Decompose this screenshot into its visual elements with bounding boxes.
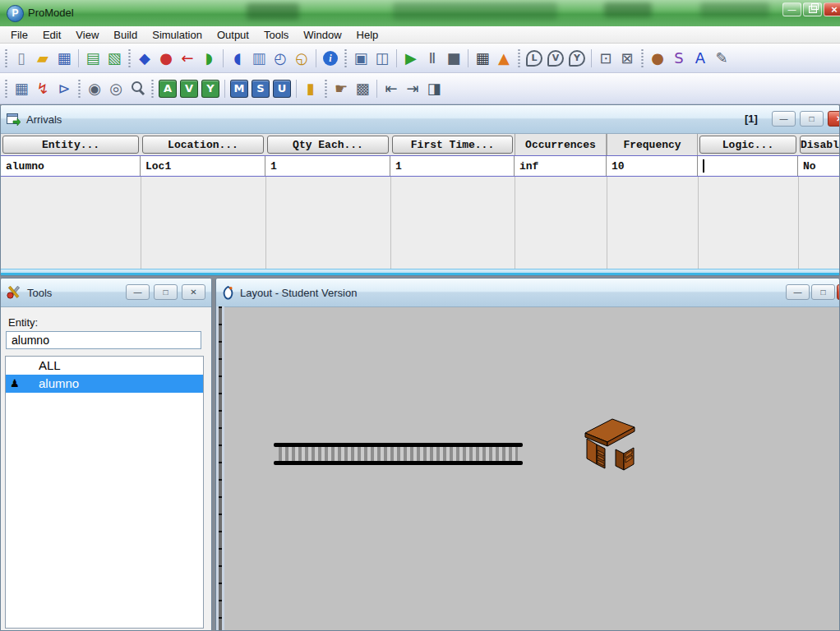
window-close-button[interactable]: × <box>824 2 840 16</box>
merge-model-icon[interactable]: ▧ <box>104 47 125 70</box>
cell-frequency[interactable]: 10 <box>607 156 698 176</box>
layout-window-icon <box>222 286 234 300</box>
menu-item-simulation[interactable]: Simulation <box>145 27 210 43</box>
close-icon: × <box>831 3 838 16</box>
animation-onoff-icon[interactable]: ▦ <box>472 47 493 70</box>
tools-minimize-button[interactable]: — <box>126 284 150 300</box>
desk-location-object[interactable] <box>583 414 637 475</box>
flag-tool-icon[interactable]: ⊳ <box>53 77 75 100</box>
open-model-icon[interactable]: ▰ <box>32 47 53 70</box>
three-d-animation-icon[interactable]: ▲ <box>493 47 515 70</box>
cell-first-time[interactable]: 1 <box>390 156 515 176</box>
logic-builder-icon[interactable]: ▮ <box>300 77 321 100</box>
layout-minimize-button[interactable]: — <box>786 284 810 300</box>
menu-item-file[interactable]: File <box>3 27 35 43</box>
menu-item-window[interactable]: Window <box>296 27 348 43</box>
desktop-artifact <box>393 2 557 20</box>
column-entity[interactable]: Entity... <box>1 134 141 155</box>
window-restore-button[interactable] <box>803 2 822 16</box>
list-item-alumno[interactable]: ♟alumno <box>6 375 203 393</box>
close-window-icon[interactable]: ◨ <box>423 77 445 100</box>
chart-review-icon[interactable]: ⊠ <box>616 47 638 70</box>
arrivals-maximize-button[interactable]: □ <box>800 111 824 127</box>
user-condition-icon[interactable]: ▩ <box>352 77 373 100</box>
zoom-to-fit-icon[interactable]: ◎ <box>105 77 127 100</box>
locations-icon[interactable]: ◆ <box>134 47 155 70</box>
background-graphics-icon[interactable]: ● <box>647 47 668 70</box>
trace-icon[interactable]: ☛ <box>330 77 352 100</box>
text-tool-icon[interactable]: A <box>690 47 711 70</box>
stop-simulation-icon[interactable]: ■ <box>443 47 464 70</box>
processing-icon[interactable]: ◗ <box>198 47 219 70</box>
layout-maximize-button[interactable]: □ <box>811 284 835 300</box>
tools-titlebar[interactable]: Tools — □ ✕ <box>1 279 211 307</box>
locations-balloon-icon[interactable]: L <box>524 47 545 70</box>
general-information-icon[interactable]: i <box>320 47 341 70</box>
shape-tool-icon[interactable]: S <box>668 47 690 70</box>
attributes-icon[interactable]: ◴ <box>270 47 291 70</box>
zoom-icon[interactable] <box>127 77 148 100</box>
paint-tool-icon[interactable]: ✎ <box>711 47 732 70</box>
variables-v-icon[interactable]: V <box>178 77 200 100</box>
cell-entity[interactable]: alumno <box>1 156 141 176</box>
conveyor-path-object[interactable] <box>274 443 523 465</box>
arrivals-minimize-button[interactable]: — <box>772 111 796 127</box>
subroutines-s-icon[interactable]: S <box>250 77 271 100</box>
cell-disable[interactable]: No <box>798 156 840 176</box>
column-location[interactable]: Location... <box>141 134 265 155</box>
arrivals-icon[interactable]: ◖ <box>227 47 248 70</box>
window-minimize-button[interactable]: — <box>782 2 801 16</box>
maximize-icon: □ <box>163 288 168 297</box>
column-logic[interactable]: Logic... <box>698 134 798 155</box>
menu-item-edit[interactable]: Edit <box>35 27 68 43</box>
arrays-balloon-icon[interactable]: Y <box>566 47 588 70</box>
menu-item-output[interactable]: Output <box>210 27 256 43</box>
column-first-time[interactable]: First Time... <box>390 134 515 155</box>
column-frequency[interactable]: Frequency <box>607 134 698 155</box>
cell-location[interactable]: Loc1 <box>141 156 265 176</box>
view-text-icon[interactable]: ▤ <box>82 47 104 70</box>
run-simulation-icon[interactable]: ▶ <box>400 47 422 70</box>
arrays-y-icon[interactable]: Y <box>200 77 221 100</box>
new-model-icon[interactable]: ▯ <box>11 47 32 70</box>
entities-icon[interactable]: ● <box>155 47 177 70</box>
route-tool-icon[interactable]: ↯ <box>32 77 53 100</box>
path-networks-icon[interactable]: ← <box>177 47 198 70</box>
cell-qty-each[interactable]: 1 <box>265 156 390 176</box>
column-qty-each[interactable]: Qty Each... <box>265 134 390 155</box>
cell-occurrences[interactable]: inf <box>515 156 607 176</box>
pause-simulation-icon[interactable]: Ⅱ <box>422 47 443 70</box>
next-window-icon[interactable]: ⇥ <box>402 77 423 100</box>
menu-item-build[interactable]: Build <box>106 27 145 43</box>
layout-close-button[interactable] <box>837 284 840 300</box>
menu-item-help[interactable]: Help <box>349 27 386 43</box>
menu-item-tools[interactable]: Tools <box>256 27 296 43</box>
user-distributions-u-icon[interactable]: U <box>271 77 293 100</box>
cell-logic[interactable] <box>698 156 798 176</box>
record-animation-icon[interactable]: ◉ <box>84 77 105 100</box>
arrivals-close-button[interactable]: ✕ <box>828 111 840 127</box>
layout-titlebar[interactable]: Layout - Student Version — □ <box>216 279 839 307</box>
entity-input[interactable] <box>6 331 201 349</box>
attributes-a-icon[interactable]: A <box>157 77 178 100</box>
variables-icon[interactable]: ◵ <box>291 47 312 70</box>
arrivals-titlebar[interactable]: Arrivals [1] — □ ✕ <box>1 105 839 134</box>
tools-maximize-button[interactable]: □ <box>154 284 178 300</box>
tools-close-button[interactable]: ✕ <box>182 284 205 300</box>
toolbar-separator <box>312 47 320 70</box>
list-item-all[interactable]: ALL <box>6 357 203 375</box>
save-model-icon[interactable]: ▦ <box>53 47 75 70</box>
menu-item-view[interactable]: View <box>68 27 106 43</box>
scenarios-icon[interactable]: ◫ <box>372 47 393 70</box>
restore-icon <box>809 6 817 13</box>
previous-window-icon[interactable]: ⇤ <box>381 77 402 100</box>
shifts-icon[interactable]: ▥ <box>248 47 270 70</box>
dynamic-plot-icon[interactable]: ⊡ <box>595 47 616 70</box>
edit-tables-icon[interactable]: ▦ <box>11 77 32 100</box>
variables-balloon-icon[interactable]: V <box>545 47 566 70</box>
column-disable[interactable]: Disable <box>798 134 840 155</box>
column-occurrences[interactable]: Occurrences <box>515 134 607 155</box>
simulation-options-icon[interactable]: ▣ <box>350 47 372 70</box>
macros-m-icon[interactable]: M <box>228 77 250 100</box>
arrivals-table-empty-area[interactable] <box>1 177 839 269</box>
